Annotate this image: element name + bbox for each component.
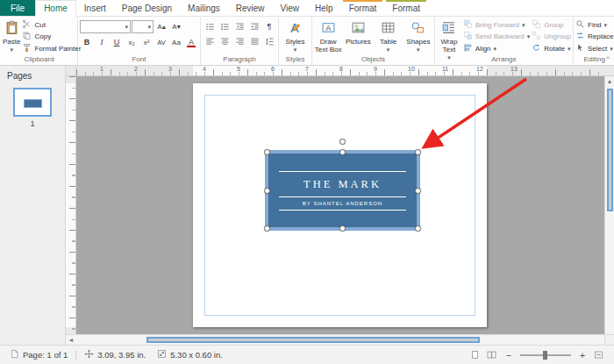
two-page-view-button[interactable] — [487, 350, 497, 360]
tab-view[interactable]: View — [273, 0, 308, 16]
zoom-slider-knob[interactable] — [543, 351, 547, 360]
align-center-button[interactable] — [218, 35, 232, 47]
publication-page[interactable]: THE MARK BY SHANTEL ANDERSON — [193, 83, 487, 327]
object-size-indicator[interactable]: 5.30 x 0.60 in. — [154, 346, 226, 364]
grow-font-button[interactable]: A▴ — [154, 21, 168, 33]
resize-handle-middle-left[interactable] — [264, 188, 270, 194]
paste-dropdown[interactable]: ▾ — [10, 46, 13, 53]
align-right-button[interactable] — [232, 35, 246, 47]
shapes-icon — [411, 20, 425, 39]
fit-page-button[interactable] — [594, 350, 604, 360]
underline-button[interactable]: U — [110, 36, 124, 48]
select-icon — [575, 43, 585, 54]
copy-button[interactable]: Copy — [22, 32, 81, 42]
ruler-number: 3 — [168, 66, 172, 72]
decrease-indent-button[interactable] — [232, 20, 246, 32]
resize-handle-top-left[interactable] — [264, 149, 270, 155]
subscript-button[interactable]: x₂ — [125, 36, 139, 48]
tab-page-design[interactable]: Page Design — [114, 0, 180, 16]
vertical-scroll-thumb[interactable] — [607, 89, 613, 211]
vertical-scrollbar[interactable]: ▲ — [604, 76, 614, 334]
bring-forward-button[interactable]: Bring Forward ▾ — [463, 19, 531, 30]
tab-format-drawing-tools[interactable]: Format — [341, 0, 385, 16]
table-button[interactable]: Table ▾ — [375, 18, 403, 54]
textbox-byline[interactable]: BY SHANTEL ANDERSON — [268, 201, 417, 206]
ruler-number: 10 — [408, 66, 415, 72]
zoom-slider[interactable] — [520, 354, 571, 356]
pictures-button[interactable]: Pictures — [344, 18, 372, 54]
horizontal-scrollbar[interactable]: ◄ — [66, 334, 604, 345]
font-size-combo[interactable]: ▾ — [132, 20, 154, 33]
justify-button[interactable] — [247, 35, 261, 47]
clipboard-group-label: Clipboard — [3, 54, 75, 65]
font-name-combo[interactable]: ▾ — [80, 20, 131, 33]
publisher-window: File Home Insert Page Design Mailings Re… — [0, 0, 614, 364]
bullets-button[interactable] — [203, 20, 217, 32]
numbering-button[interactable] — [218, 20, 232, 32]
page-thumbnail[interactable] — [13, 88, 52, 117]
ruler-number: 13 — [510, 66, 518, 72]
tab-file[interactable]: File — [0, 0, 35, 16]
shrink-font-button[interactable]: A▾ — [169, 21, 183, 33]
zoom-in-button[interactable]: + — [577, 350, 588, 360]
scroll-up-button[interactable]: ▲ — [605, 76, 614, 86]
styles-button[interactable]: A Styles ▾ — [281, 18, 310, 54]
textbox-title[interactable]: THE MARK — [268, 178, 417, 191]
align-objects-button[interactable]: Align ▾ — [463, 43, 531, 54]
object-position-indicator[interactable]: 3.09, 3.95 in. — [81, 346, 149, 364]
textbox-rule-middle — [279, 196, 406, 197]
rotate-handle[interactable] — [339, 139, 346, 145]
ruler-number: 12 — [476, 66, 483, 72]
rotate-button[interactable]: Rotate ▾ — [532, 43, 571, 54]
select-button[interactable]: Select ▾ — [575, 43, 613, 54]
replace-button[interactable]: Replace — [575, 32, 613, 42]
tab-format-text-box-tools[interactable]: Format — [384, 0, 428, 16]
horizontal-scroll-thumb[interactable] — [146, 337, 480, 343]
find-button[interactable]: Find ▾ — [575, 19, 613, 30]
zoom-out-button[interactable]: − — [503, 350, 514, 360]
italic-button[interactable]: I — [95, 36, 109, 48]
character-spacing-button[interactable]: AV — [154, 36, 168, 48]
resize-handle-bottom-center[interactable] — [339, 225, 346, 232]
tab-review[interactable]: Review — [228, 0, 273, 16]
paste-button[interactable]: Paste ▾ — [3, 18, 20, 54]
tab-help[interactable]: Help — [307, 0, 341, 16]
ruler-number: 4 — [203, 66, 206, 72]
align-left-button[interactable] — [203, 35, 217, 47]
line-spacing-button[interactable] — [262, 35, 276, 47]
tab-insert[interactable]: Insert — [76, 0, 114, 16]
scroll-left-button[interactable]: ◄ — [66, 335, 76, 345]
send-backward-button[interactable]: Send Backward ▾ — [463, 32, 531, 42]
ruler-number: 8 — [339, 66, 343, 72]
resize-handle-top-right[interactable] — [415, 149, 421, 155]
shapes-button[interactable]: Shapes ▾ — [404, 18, 432, 54]
selected-text-box[interactable]: THE MARK BY SHANTEL ANDERSON — [265, 150, 420, 231]
cut-button[interactable]: Cut — [22, 19, 81, 30]
page-number-indicator[interactable]: Page: 1 of 1 — [6, 346, 71, 364]
change-case-button[interactable]: Aa — [169, 36, 183, 48]
tab-mailings[interactable]: Mailings — [180, 0, 228, 16]
increase-indent-button[interactable] — [247, 20, 261, 32]
group-button[interactable]: Group — [532, 19, 571, 30]
wrap-text-button[interactable]: Wrap Text ▾ — [437, 18, 461, 54]
paste-icon — [4, 20, 19, 39]
ruler-number: 7 — [305, 66, 309, 72]
collapse-ribbon-button[interactable]: ^ — [606, 54, 610, 62]
resize-handle-middle-right[interactable] — [415, 188, 421, 194]
resize-handle-bottom-left[interactable] — [264, 225, 270, 232]
draw-text-box-button[interactable]: A Draw Text Box — [314, 18, 342, 54]
tab-home[interactable]: Home — [35, 0, 76, 17]
show-paragraph-marks-button[interactable]: ¶ — [262, 20, 276, 32]
bold-button[interactable]: B — [80, 36, 94, 48]
font-color-button[interactable]: A — [184, 36, 198, 48]
position-icon — [84, 349, 94, 360]
single-page-view-button[interactable] — [470, 350, 481, 360]
format-painter-button[interactable]: Format Painter — [22, 43, 81, 54]
draw-text-box-icon: A — [321, 20, 336, 39]
ungroup-button[interactable]: Ungroup — [532, 32, 571, 42]
align-objects-icon — [463, 43, 473, 54]
document-canvas[interactable]: THE MARK BY SHANTEL ANDERSON — [76, 76, 604, 334]
resize-handle-bottom-right[interactable] — [415, 225, 421, 232]
resize-handle-top-center[interactable] — [339, 149, 346, 155]
superscript-button[interactable]: x² — [139, 36, 154, 48]
